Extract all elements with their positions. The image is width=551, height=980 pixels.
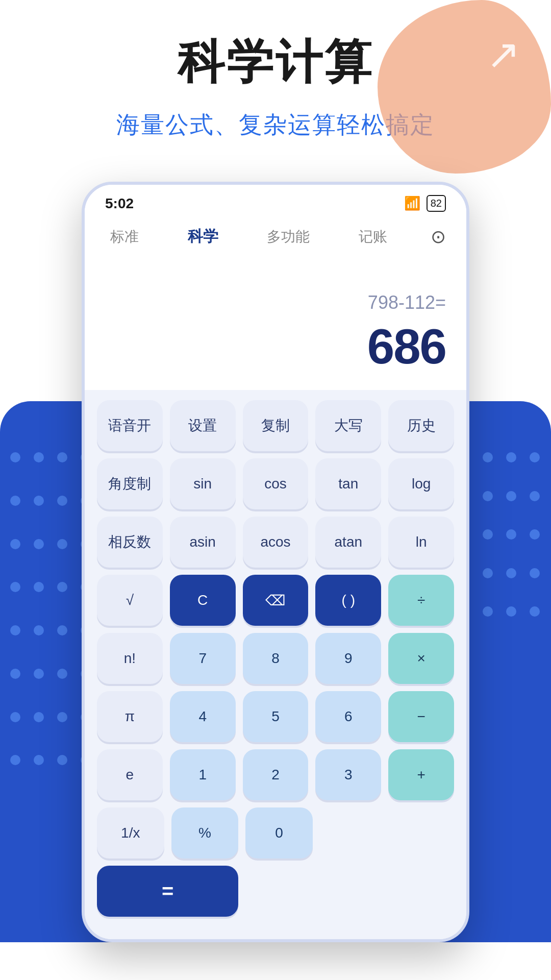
status-time: 5:02 [105, 195, 134, 212]
button-row-3: 相反数 asin acos atan ln [97, 517, 454, 568]
button-row-1: 语音开 设置 复制 大写 历史 [97, 400, 454, 451]
btn-6[interactable]: 6 [315, 691, 381, 742]
btn-2[interactable]: 2 [243, 749, 309, 800]
main-title: 科学计算 [0, 31, 551, 94]
display-area: 798-112= 686 [85, 261, 466, 390]
btn-e[interactable]: e [97, 749, 163, 800]
result: 686 [105, 318, 446, 375]
btn-reciprocal[interactable]: 1/x [97, 807, 164, 859]
btn-equals[interactable]: = [97, 866, 238, 917]
btn-voice[interactable]: 语音开 [97, 400, 163, 451]
btn-clear[interactable]: C [170, 575, 236, 626]
btn-4[interactable]: 4 [170, 691, 236, 742]
button-row-6: π 4 5 6 − [97, 691, 454, 742]
btn-divide[interactable]: ÷ [388, 575, 454, 626]
btn-copy[interactable]: 复制 [243, 400, 309, 451]
phone-mockup: 5:02 📶 82 标准 科学 多功能 记账 ⊙ 798-112= 686 [82, 182, 469, 942]
btn-9[interactable]: 9 [315, 633, 381, 684]
btn-settings[interactable]: 设置 [170, 400, 236, 451]
btn-1[interactable]: 1 [170, 749, 236, 800]
btn-log[interactable]: log [388, 458, 454, 509]
btn-3[interactable]: 3 [315, 749, 381, 800]
btn-0[interactable]: 0 [245, 807, 313, 859]
status-bar: 5:02 📶 82 [85, 185, 466, 217]
calc-body: 语音开 设置 复制 大写 历史 角度制 sin cos tan log 相反数 … [85, 390, 466, 939]
btn-uppercase[interactable]: 大写 [315, 400, 381, 451]
phone-wrapper: 5:02 📶 82 标准 科学 多功能 记账 ⊙ 798-112= 686 [0, 182, 551, 942]
btn-8[interactable]: 8 [243, 633, 309, 684]
btn-backspace[interactable]: ⌫ [243, 575, 309, 626]
expression: 798-112= [105, 292, 446, 313]
btn-plus[interactable]: + [388, 749, 454, 800]
status-icons: 📶 82 [404, 195, 446, 212]
battery-box: 82 [427, 195, 446, 212]
btn-paren[interactable]: ( ) [315, 575, 381, 626]
tab-multi[interactable]: 多功能 [262, 223, 315, 251]
btn-cos[interactable]: cos [243, 458, 309, 509]
btn-tan[interactable]: tan [315, 458, 381, 509]
btn-acos[interactable]: acos [243, 517, 309, 568]
btn-asin[interactable]: asin [170, 517, 236, 568]
tab-bar: 标准 科学 多功能 记账 ⊙ [85, 217, 466, 261]
btn-neg[interactable]: 相反数 [97, 517, 163, 568]
btn-minus[interactable]: − [388, 691, 454, 742]
wifi-icon: 📶 [404, 195, 420, 211]
btn-pi[interactable]: π [97, 691, 163, 742]
btn-5[interactable]: 5 [243, 691, 309, 742]
tab-bookkeeping[interactable]: 记账 [354, 223, 392, 251]
btn-sqrt[interactable]: √ [97, 575, 163, 626]
battery-level: 82 [431, 198, 442, 209]
btn-sin[interactable]: sin [170, 458, 236, 509]
tab-science[interactable]: 科学 [183, 222, 223, 251]
btn-ln[interactable]: ln [388, 517, 454, 568]
btn-history[interactable]: 历史 [388, 400, 454, 451]
button-row-8: 1/x % 0 = [97, 807, 454, 917]
btn-7[interactable]: 7 [170, 633, 236, 684]
btn-factorial[interactable]: n! [97, 633, 163, 684]
button-row-2: 角度制 sin cos tan log [97, 458, 454, 509]
profile-icon[interactable]: ⊙ [431, 226, 446, 248]
button-row-7: e 1 2 3 + [97, 749, 454, 800]
btn-degree[interactable]: 角度制 [97, 458, 163, 509]
button-row-5: n! 7 8 9 × [97, 633, 454, 684]
top-section: ↗ 科学计算 海量公式、复杂运算轻松搞定 [0, 0, 551, 141]
btn-percent[interactable]: % [171, 807, 239, 859]
btn-multiply[interactable]: × [388, 633, 454, 684]
btn-atan[interactable]: atan [315, 517, 381, 568]
button-row-4: √ C ⌫ ( ) ÷ [97, 575, 454, 626]
tab-standard[interactable]: 标准 [105, 223, 144, 251]
